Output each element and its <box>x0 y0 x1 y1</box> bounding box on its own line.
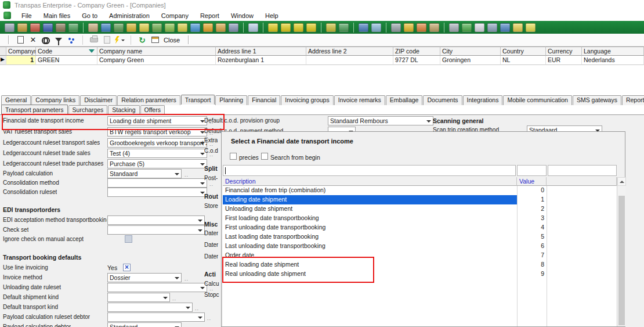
tab-item[interactable]: Reports <box>622 95 644 105</box>
option-row[interactable]: Last unloading date transportbooking 6 <box>223 242 617 251</box>
trip-costs-icon[interactable] <box>294 23 303 32</box>
clipboard-icon[interactable] <box>88 23 98 32</box>
tab-item[interactable]: Transport <box>181 95 215 105</box>
trip-icon[interactable] <box>268 23 278 32</box>
grid-header-cell[interactable]: Language <box>582 46 644 56</box>
grid-header-cell[interactable] <box>0 46 6 56</box>
finance-debit-icon[interactable] <box>417 23 426 32</box>
menu-item[interactable]: Go to <box>76 11 103 20</box>
relations-icon[interactable] <box>30 23 40 32</box>
menu-item[interactable]: Main files <box>38 11 76 20</box>
trip-planning-icon[interactable] <box>281 23 291 32</box>
list-scrollbar[interactable] <box>617 177 625 326</box>
payload-calculation-dropdown[interactable]: Standaard <box>107 169 182 178</box>
option-row[interactable]: Last loading date transportbooking 5 <box>223 232 617 242</box>
globe-icon[interactable] <box>248 23 258 32</box>
org-chart-icon[interactable] <box>114 23 124 32</box>
scroll-up-icon[interactable] <box>617 177 626 186</box>
consolidation-ruleset-dropdown[interactable] <box>107 188 207 197</box>
wallet-icon[interactable] <box>429 23 439 32</box>
description-search-input[interactable] <box>223 165 516 176</box>
check-set-dropdown[interactable] <box>107 225 205 235</box>
signature-icon[interactable] <box>513 23 523 32</box>
monitor-icon[interactable] <box>526 23 536 32</box>
tab-item[interactable]: Financial <box>248 95 280 105</box>
menu-item[interactable]: File <box>16 11 38 20</box>
search-from-begin-checkbox[interactable] <box>261 153 268 160</box>
cart-icon[interactable] <box>391 23 401 32</box>
match-icon[interactable] <box>66 35 77 45</box>
exit-door-icon[interactable] <box>326 23 336 32</box>
cod-provision-group-dropdown[interactable]: Standaard Rembours <box>328 116 433 125</box>
tab-item[interactable]: General <box>1 95 31 105</box>
toolbar-handle[interactable] <box>8 35 10 44</box>
grid-header-cell[interactable]: Currency <box>546 46 582 56</box>
tab-item[interactable]: Mobile communication <box>503 95 571 105</box>
ledger-transport-sales-dropdown[interactable]: Grootboekregels verkoop transport zer <box>107 138 207 148</box>
lookup-button[interactable]: .. <box>209 181 214 187</box>
order-check-green-icon[interactable] <box>165 23 175 32</box>
planning-board-icon[interactable] <box>68 23 78 32</box>
grid-header-cell[interactable]: City <box>440 46 501 56</box>
truck-icon[interactable] <box>17 23 27 32</box>
option-row[interactable]: Loading date shipment 1 <box>223 195 617 204</box>
trip-sum-icon[interactable] <box>306 23 316 32</box>
consolidation-method-dropdown[interactable] <box>107 178 207 188</box>
team-icon[interactable] <box>56 23 66 32</box>
ignore-check-checkbox[interactable] <box>125 235 132 243</box>
invoice-method-dropdown[interactable]: Dossier <box>107 273 182 282</box>
menu-item[interactable]: Administration <box>103 11 155 20</box>
menu-item[interactable]: Window <box>225 11 259 20</box>
new-record-icon[interactable] <box>15 35 26 45</box>
print-icon[interactable] <box>89 35 99 45</box>
web-icon[interactable] <box>500 23 510 32</box>
grid-header-cell[interactable]: Address line 2 <box>306 46 393 56</box>
company-row[interactable]: ▶1GREENCompany GreenRozenburglaan 19727 … <box>0 56 644 65</box>
structure-tree-icon[interactable] <box>359 23 368 32</box>
grid-header-cell[interactable]: ZIP code <box>393 46 440 56</box>
lookup-button[interactable]: .. <box>172 296 176 301</box>
default-transport-kind-dropdown[interactable] <box>107 303 193 312</box>
tab-item[interactable]: SMS gateways <box>573 95 621 105</box>
printer-icon[interactable] <box>449 23 459 32</box>
clipboard-globe-icon[interactable] <box>101 23 111 32</box>
contract-person-icon[interactable] <box>229 23 238 32</box>
tab-item[interactable]: Integrations <box>463 95 503 105</box>
payload-calculation-debtor-dropdown[interactable]: Standaard <box>107 322 182 327</box>
tab-item[interactable]: Invoice remarks <box>334 95 385 105</box>
column-header-value[interactable]: Value <box>517 177 547 186</box>
option-row[interactable]: Financial date from trip (combination) 0 <box>223 186 617 195</box>
quick-report-icon[interactable] <box>114 35 125 45</box>
option-row[interactable]: First loading date transportbooking 3 <box>223 214 617 223</box>
lookup-button[interactable]: .. <box>195 306 199 311</box>
tab-item[interactable]: Relation parameters <box>117 95 180 105</box>
tab-item[interactable]: Documents <box>423 95 462 105</box>
scrollbar-thumb[interactable] <box>618 196 625 325</box>
option-row[interactable]: First unloading date transportbooking 4 <box>223 223 617 232</box>
option-row[interactable]: Unloading date shipment 2 <box>223 204 617 214</box>
enter-door-icon[interactable] <box>339 23 349 32</box>
close-window-icon[interactable] <box>150 35 160 45</box>
menu-item[interactable]: Company <box>155 11 194 20</box>
ledger-trade-sales-dropdown[interactable]: Test (4) <box>107 149 207 158</box>
column-header-description[interactable]: Description <box>223 177 517 186</box>
grid-header-cell[interactable]: Code <box>36 46 97 56</box>
lookup-button[interactable]: .. <box>207 315 211 321</box>
checklist-icon[interactable] <box>139 23 149 32</box>
grid-header-cell[interactable]: Company name <box>97 46 216 56</box>
mailbox-icon[interactable] <box>487 23 497 32</box>
toolbar-handle[interactable] <box>188 35 190 44</box>
tab-item[interactable]: Planning <box>215 95 247 105</box>
invoice-flash-icon[interactable] <box>203 23 213 32</box>
tab-item[interactable]: Invoicing groups <box>281 95 333 105</box>
clock-icon[interactable] <box>371 23 381 32</box>
print-preview-icon[interactable] <box>102 35 112 45</box>
precies-checkbox[interactable] <box>230 153 237 160</box>
order-check-blue-icon[interactable] <box>190 23 200 32</box>
export-icon[interactable] <box>462 23 472 32</box>
default-shipment-kind-dropdown[interactable] <box>107 293 170 302</box>
lookup-button[interactable]: .. <box>184 172 189 178</box>
edi-acceptation-dropdown[interactable] <box>107 215 205 225</box>
tab-item[interactable]: Emballage <box>386 95 423 105</box>
tab-item[interactable]: Disclaimer <box>80 95 117 105</box>
